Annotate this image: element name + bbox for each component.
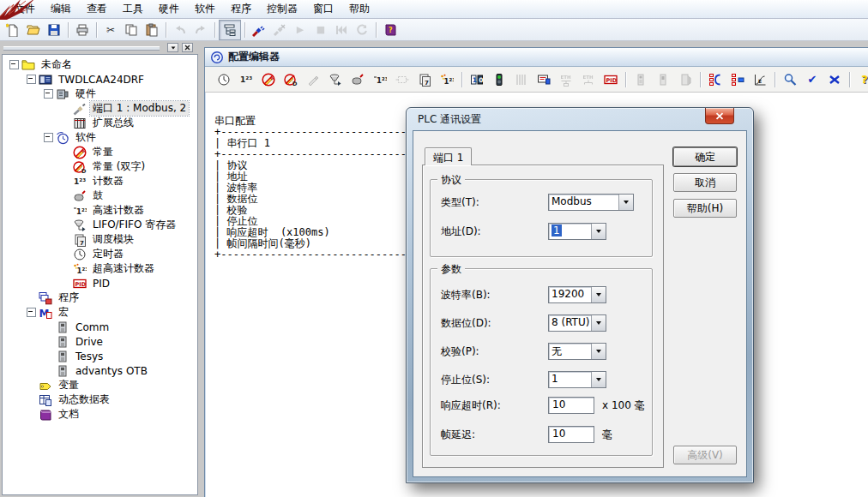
- frame-delay-input[interactable]: 10: [548, 426, 594, 443]
- tree-item-counters[interactable]: 1²³计数器: [3, 174, 197, 189]
- menu-help[interactable]: 帮助: [341, 0, 377, 18]
- databits-dropdown-button[interactable]: [591, 315, 606, 331]
- tree-item-fast-counters[interactable]: 1²³高速计数器: [3, 203, 197, 218]
- grid-button[interactable]: [510, 69, 533, 90]
- check-button[interactable]: ✔: [801, 69, 823, 90]
- question-button[interactable]: ?: [853, 69, 868, 90]
- drum-button[interactable]: [347, 69, 369, 90]
- address-combo[interactable]: 1: [548, 223, 606, 240]
- menu-program[interactable]: 程序: [223, 0, 259, 18]
- refresh-button[interactable]: [352, 21, 372, 39]
- tree-item-macros[interactable]: M宏: [3, 305, 197, 320]
- tree-item-root[interactable]: 未命名: [3, 57, 197, 72]
- tree-item-pid[interactable]: PIDPID: [3, 276, 197, 290]
- save-button[interactable]: [44, 21, 64, 39]
- tab-port1[interactable]: 端口 1: [425, 147, 472, 165]
- rewind-button[interactable]: [331, 21, 352, 39]
- constants-dword-button[interactable]: D: [280, 69, 302, 90]
- cross-button[interactable]: [823, 69, 846, 90]
- panel-grip[interactable]: [3, 46, 160, 51]
- branch-b-button[interactable]: [726, 69, 749, 90]
- drive-b-button[interactable]: [652, 69, 674, 90]
- menu-view[interactable]: 查看: [79, 0, 115, 18]
- dialog-close-button[interactable]: [705, 108, 734, 124]
- tree-item-hardware[interactable]: 硬件: [3, 87, 197, 101]
- menu-controller[interactable]: 控制器: [259, 0, 305, 18]
- parity-combo[interactable]: 无: [548, 343, 606, 360]
- baudrate-dropdown-button[interactable]: [591, 287, 606, 302]
- print-button[interactable]: [72, 21, 93, 39]
- help-book-button[interactable]: ?: [380, 21, 401, 39]
- copy-button[interactable]: [121, 21, 142, 39]
- pencil-button[interactable]: [302, 69, 324, 90]
- connect-button[interactable]: [249, 21, 269, 39]
- config-editor-titlebar[interactable]: 配置编辑器: [205, 48, 868, 67]
- timer-button[interactable]: [213, 69, 235, 90]
- tree-item-expansion-bus[interactable]: 扩展总线: [3, 116, 197, 130]
- cut-button[interactable]: ✂: [100, 21, 121, 39]
- help-button[interactable]: 帮助(H): [673, 199, 737, 218]
- e-curve-button[interactable]: E: [749, 69, 771, 90]
- scheduler-button[interactable]: 7: [413, 69, 436, 90]
- tree-collapse-box[interactable]: [44, 133, 53, 142]
- menu-window[interactable]: 窗口: [305, 0, 341, 18]
- tree-item-schedulers[interactable]: 7调度模块: [3, 232, 197, 247]
- tree-item-constants-dword[interactable]: D常量 (双字): [3, 159, 197, 174]
- stopbits-combo[interactable]: 1: [548, 371, 606, 388]
- tree-item-plc-twdlcaa24drf[interactable]: TWDLCAA24DRF: [3, 72, 197, 87]
- databits-combo[interactable]: 8 (RTU): [548, 314, 606, 332]
- baudrate-combo[interactable]: 19200: [548, 286, 606, 303]
- tree-collapse-box[interactable]: [9, 60, 19, 69]
- drive-a-button[interactable]: [630, 69, 652, 90]
- tree-item-macro-tesys[interactable]: Tesys: [3, 349, 197, 363]
- tree-item-variables[interactable]: 变量: [3, 378, 197, 392]
- tree-item-veryfast-counters[interactable]: 1²³超高速计数器: [3, 261, 197, 276]
- tree-item-dynamic-data-table[interactable]: 动态数据表: [3, 392, 197, 407]
- tree-item-macro-advantys-otb[interactable]: advantys OTB: [3, 363, 197, 378]
- tree-item-program[interactable]: 程序: [3, 290, 197, 305]
- ok-button[interactable]: 确定: [673, 147, 737, 166]
- veryfast-counter-button[interactable]: 1²³: [436, 69, 458, 90]
- disconnect-button[interactable]: [269, 21, 290, 39]
- menu-hardware[interactable]: 硬件: [151, 0, 187, 18]
- run-button[interactable]: ▶: [290, 21, 310, 39]
- tree-collapse-box[interactable]: [27, 75, 36, 84]
- io-button[interactable]: 10: [466, 69, 488, 90]
- eth-button[interactable]: ETH: [577, 69, 600, 90]
- tree-item-port1[interactable]: 端口 1 : Modbus, 2: [3, 101, 197, 116]
- drive-c-button[interactable]: [674, 69, 696, 90]
- cancel-button[interactable]: 取消: [673, 173, 737, 192]
- branch-a-button[interactable]: [704, 69, 726, 90]
- menu-software[interactable]: 软件: [187, 0, 223, 18]
- undo-button[interactable]: [170, 21, 190, 39]
- tree-item-software[interactable]: 软件: [3, 130, 197, 145]
- type-dropdown-button[interactable]: [618, 195, 633, 210]
- tree-item-macro-drive[interactable]: Drive: [3, 334, 197, 349]
- magnifier-button[interactable]: [779, 69, 801, 90]
- tree-item-macro-comm[interactable]: Comm: [3, 320, 197, 334]
- tree-item-timers[interactable]: 定时器: [3, 247, 197, 261]
- frame-button[interactable]: [391, 69, 413, 90]
- fifo-button[interactable]: [324, 69, 347, 90]
- type-combo[interactable]: Modbus: [548, 194, 634, 211]
- new-button[interactable]: [3, 21, 23, 39]
- response-timeout-input[interactable]: 10: [548, 397, 594, 414]
- open-button[interactable]: [23, 21, 44, 39]
- tree-item-drum[interactable]: 鼓: [3, 189, 197, 203]
- redo-button[interactable]: [190, 21, 211, 39]
- menu-edit[interactable]: 编辑: [43, 0, 79, 18]
- tree-item-fifo-registers[interactable]: LIFO/FIFO 寄存器: [3, 218, 197, 232]
- address-dropdown-button[interactable]: [591, 224, 606, 239]
- stopbits-dropdown-button[interactable]: [591, 372, 606, 387]
- counter-button[interactable]: 1²³: [235, 69, 257, 90]
- panel-menu-button[interactable]: [167, 43, 178, 52]
- eth-plc-button[interactable]: ETH: [555, 69, 577, 90]
- pid-button[interactable]: PID: [600, 69, 622, 90]
- tree-item-documentation[interactable]: 文档: [3, 407, 197, 422]
- tree-item-constants[interactable]: 常量: [3, 145, 197, 159]
- panel-close-button[interactable]: [182, 43, 193, 52]
- traffic-light-button[interactable]: [488, 69, 510, 90]
- stop-button[interactable]: ■: [310, 21, 331, 39]
- fast-counter-button[interactable]: 1²³: [369, 69, 391, 90]
- screen-button[interactable]: [533, 69, 555, 90]
